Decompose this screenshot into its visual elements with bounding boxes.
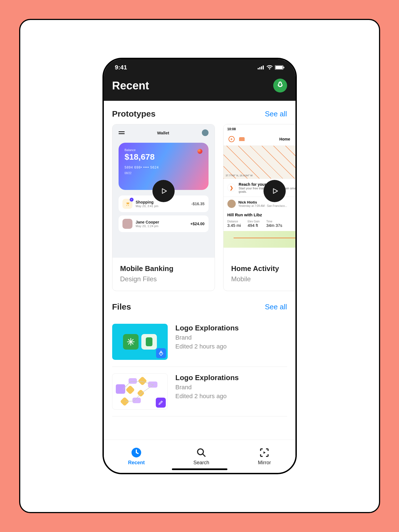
- files-see-all[interactable]: See all: [265, 303, 287, 311]
- tab-label: Search: [193, 460, 209, 466]
- prototype-thumbnail: 10:08 ◤ + Home 37.7749° N, 18.4194° W: [224, 124, 295, 258]
- coordinates: 37.7749° N, 18.4194° W: [226, 174, 253, 177]
- file-edited: Edited 2 hours ago: [175, 393, 239, 400]
- pen-icon: [158, 350, 164, 356]
- svg-rect-2: [261, 66, 262, 69]
- page-title: Recent: [112, 79, 149, 92]
- menu-icon: [119, 131, 125, 134]
- stat-value: 34m 37s: [266, 223, 282, 228]
- tab-recent[interactable]: Recent: [128, 447, 145, 466]
- prototype-card[interactable]: Wallet Balance $18,678 5894 698• •••• 56…: [112, 124, 215, 291]
- files-section-header: Files See all: [104, 302, 295, 317]
- prototype-meta: Home Activity Mobile: [224, 258, 295, 291]
- wifi-icon: [267, 65, 273, 70]
- logo-mark-icon: [141, 334, 157, 350]
- chevron-icon: ❯: [227, 184, 235, 192]
- file-meta: Logo Explorations Brand Edited 2 hours a…: [175, 324, 239, 350]
- pencil-icon: [158, 400, 164, 405]
- people-icon: [239, 137, 245, 141]
- prototype-subtitle: Mobile: [231, 275, 295, 283]
- battery-icon: [275, 65, 284, 70]
- user-meta: Yesterday at 7:09 AM · San Francisco...: [239, 204, 287, 207]
- mock-time: 10:08: [227, 127, 236, 131]
- transaction-row: Jane Cooper May 20, 1:24 pm +$24.00: [119, 215, 209, 232]
- map-preview: 37.7749° N, 18.4194° W: [224, 145, 295, 179]
- balance-value: $18,678: [125, 152, 202, 162]
- phone-frame: 9:41 Recent: [102, 58, 297, 474]
- prototypes-see-all[interactable]: See all: [265, 110, 287, 118]
- status-time: 9:41: [115, 64, 127, 71]
- search-icon: [196, 447, 207, 458]
- file-edited: Edited 2 hours ago: [175, 343, 239, 350]
- svg-line-14: [202, 454, 205, 456]
- stat-value: 3.45 mi: [227, 223, 241, 228]
- transaction-name: Jane Cooper: [136, 220, 159, 224]
- prototypes-carousel[interactable]: Wallet Balance $18,678 5894 698• •••• 56…: [104, 124, 295, 302]
- activity-stats: Distance 3.45 mi Elev Gain 494 ft Time 3…: [224, 219, 295, 231]
- user-row: Nick Hiotis Yesterday at 7:09 AM · San F…: [224, 197, 295, 211]
- figjam-file-badge: [156, 398, 166, 408]
- logo-mark-icon: [123, 334, 139, 350]
- transaction-time: May 20, 3:41 pm: [136, 204, 159, 208]
- prototype-meta: Mobile Banking Design Files: [112, 258, 215, 291]
- cart-icon: +: [122, 199, 132, 209]
- prototype-name: Mobile Banking: [120, 264, 207, 273]
- prototypes-section-header: Prototypes See all: [104, 109, 295, 124]
- stat-label: Time: [266, 220, 282, 223]
- file-name: Logo Explorations: [175, 373, 239, 382]
- profile-avatar[interactable]: [273, 79, 287, 92]
- home-label: Home: [249, 137, 295, 141]
- stat-value: 494 ft: [248, 223, 260, 228]
- play-button[interactable]: [264, 180, 286, 202]
- avatar-icon: [227, 200, 236, 208]
- files-title: Files: [112, 302, 131, 312]
- tab-label: Recent: [128, 460, 145, 466]
- card-number: 5894 698• •••• 5624: [125, 165, 202, 169]
- play-icon: [272, 187, 279, 195]
- transaction-time: May 20, 1:24 pm: [136, 224, 159, 228]
- transaction-amount: +$24.00: [190, 222, 205, 226]
- svg-rect-1: [259, 67, 260, 69]
- file-thumbnail: [112, 373, 168, 410]
- cellular-icon: [258, 66, 264, 69]
- route-map: [224, 231, 295, 248]
- transaction-amount: -$16.35: [191, 202, 204, 206]
- status-indicators: [258, 65, 284, 70]
- file-name: Logo Explorations: [175, 324, 239, 332]
- file-meta: Logo Explorations Brand Edited 2 hours a…: [175, 373, 239, 400]
- transaction-name: Shopping: [136, 200, 159, 204]
- file-row[interactable]: Logo Explorations Brand Edited 2 hours a…: [112, 317, 287, 367]
- mirror-icon: [259, 447, 270, 458]
- tab-bar: Recent Search Mirror: [104, 440, 295, 473]
- avatar-icon: [202, 129, 209, 136]
- stat-label: Elev Gain: [248, 220, 260, 223]
- clock-icon: [131, 447, 142, 458]
- prototype-name: Home Activity: [231, 264, 295, 273]
- files-list: Logo Explorations Brand Edited 2 hours a…: [104, 317, 295, 416]
- balance-label: Balance: [125, 148, 202, 152]
- status-bar: 9:41: [104, 59, 295, 76]
- wallet-title: Wallet: [157, 131, 169, 135]
- play-button[interactable]: [152, 180, 175, 202]
- file-row[interactable]: Logo Explorations Brand Edited 2 hours a…: [112, 367, 287, 416]
- page-header: Recent: [104, 76, 295, 101]
- canvas-frame: 9:41 Recent: [19, 19, 380, 513]
- svg-rect-6: [283, 67, 284, 68]
- design-file-badge: [156, 348, 166, 358]
- main-content: Prototypes See all Wallet Balance: [104, 101, 295, 440]
- play-icon: [160, 187, 168, 195]
- svg-rect-0: [258, 68, 259, 69]
- svg-rect-5: [275, 66, 283, 69]
- prototype-card[interactable]: 10:08 ◤ + Home 37.7749° N, 18.4194° W: [223, 124, 295, 291]
- leaf-icon: [276, 81, 284, 90]
- tab-mirror[interactable]: Mirror: [258, 447, 271, 466]
- svg-rect-3: [263, 66, 264, 69]
- user-name: Nick Hiotis: [239, 200, 287, 204]
- home-indicator[interactable]: [172, 468, 227, 470]
- file-project: Brand: [175, 334, 239, 341]
- file-project: Brand: [175, 384, 239, 391]
- prototype-subtitle: Design Files: [120, 275, 207, 283]
- tab-search[interactable]: Search: [193, 447, 209, 466]
- tab-label: Mirror: [258, 460, 271, 466]
- stat-label: Distance: [227, 220, 241, 223]
